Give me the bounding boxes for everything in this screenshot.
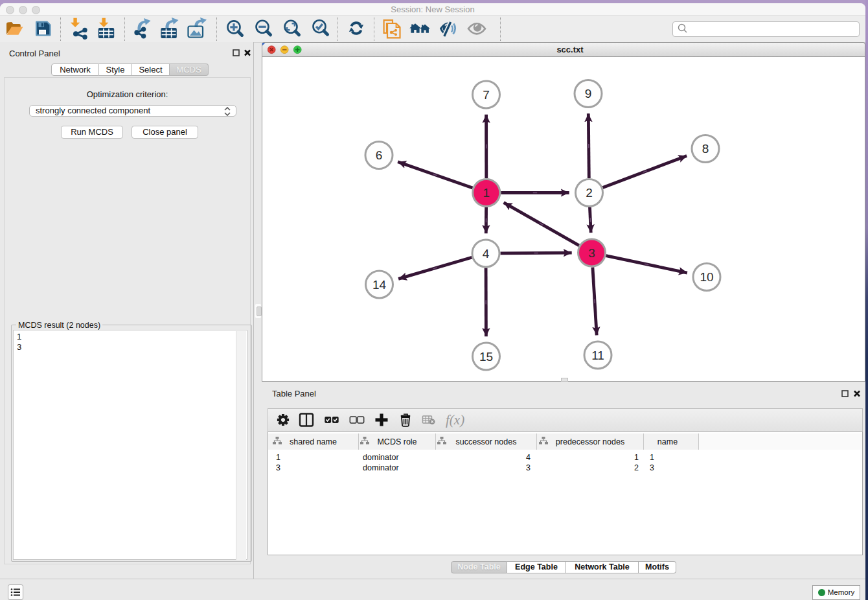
svg-text:14: 14 — [372, 278, 387, 292]
svg-text:3: 3 — [588, 246, 595, 260]
svg-text:4: 4 — [483, 247, 490, 260]
svg-text:1: 1 — [483, 186, 490, 200]
svg-text:9: 9 — [585, 87, 592, 100]
svg-text:11: 11 — [591, 349, 604, 362]
svg-text:15: 15 — [479, 350, 493, 363]
svg-text:6: 6 — [376, 148, 383, 162]
svg-text:2: 2 — [586, 186, 593, 200]
svg-text:f(x): f(x) — [446, 412, 464, 428]
svg-text:7: 7 — [483, 88, 490, 102]
svg-text:8: 8 — [702, 142, 709, 156]
svg-text:10: 10 — [700, 270, 713, 284]
